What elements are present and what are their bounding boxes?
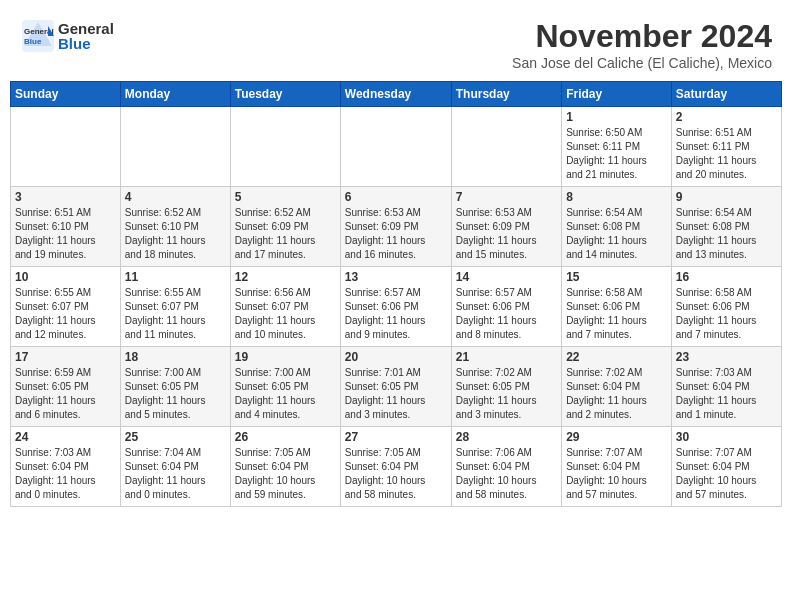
day-info: Sunrise: 6:51 AM Sunset: 6:10 PM Dayligh… bbox=[15, 206, 116, 262]
day-info: Sunrise: 6:57 AM Sunset: 6:06 PM Dayligh… bbox=[456, 286, 557, 342]
day-info: Sunrise: 7:03 AM Sunset: 6:04 PM Dayligh… bbox=[15, 446, 116, 502]
day-info: Sunrise: 6:54 AM Sunset: 6:08 PM Dayligh… bbox=[676, 206, 777, 262]
day-info: Sunrise: 6:53 AM Sunset: 6:09 PM Dayligh… bbox=[456, 206, 557, 262]
day-info: Sunrise: 6:56 AM Sunset: 6:07 PM Dayligh… bbox=[235, 286, 336, 342]
day-info: Sunrise: 7:00 AM Sunset: 6:05 PM Dayligh… bbox=[125, 366, 226, 422]
col-header-sunday: Sunday bbox=[11, 82, 121, 107]
calendar-cell: 18Sunrise: 7:00 AM Sunset: 6:05 PM Dayli… bbox=[120, 347, 230, 427]
calendar-cell: 17Sunrise: 6:59 AM Sunset: 6:05 PM Dayli… bbox=[11, 347, 121, 427]
day-number: 20 bbox=[345, 350, 447, 364]
day-info: Sunrise: 7:00 AM Sunset: 6:05 PM Dayligh… bbox=[235, 366, 336, 422]
calendar-cell: 14Sunrise: 6:57 AM Sunset: 6:06 PM Dayli… bbox=[451, 267, 561, 347]
calendar-cell: 26Sunrise: 7:05 AM Sunset: 6:04 PM Dayli… bbox=[230, 427, 340, 507]
logo-icon: General Blue bbox=[20, 18, 56, 54]
calendar-cell: 3Sunrise: 6:51 AM Sunset: 6:10 PM Daylig… bbox=[11, 187, 121, 267]
day-number: 5 bbox=[235, 190, 336, 204]
day-number: 6 bbox=[345, 190, 447, 204]
calendar-cell: 1Sunrise: 6:50 AM Sunset: 6:11 PM Daylig… bbox=[562, 107, 672, 187]
day-number: 25 bbox=[125, 430, 226, 444]
day-number: 4 bbox=[125, 190, 226, 204]
day-number: 2 bbox=[676, 110, 777, 124]
day-info: Sunrise: 6:59 AM Sunset: 6:05 PM Dayligh… bbox=[15, 366, 116, 422]
calendar-week-row: 10Sunrise: 6:55 AM Sunset: 6:07 PM Dayli… bbox=[11, 267, 782, 347]
title-block: November 2024 San Jose del Caliche (El C… bbox=[512, 18, 772, 71]
day-number: 10 bbox=[15, 270, 116, 284]
day-number: 11 bbox=[125, 270, 226, 284]
logo-text: General Blue bbox=[58, 21, 114, 51]
calendar-cell: 28Sunrise: 7:06 AM Sunset: 6:04 PM Dayli… bbox=[451, 427, 561, 507]
calendar-cell: 27Sunrise: 7:05 AM Sunset: 6:04 PM Dayli… bbox=[340, 427, 451, 507]
day-info: Sunrise: 7:06 AM Sunset: 6:04 PM Dayligh… bbox=[456, 446, 557, 502]
col-header-thursday: Thursday bbox=[451, 82, 561, 107]
day-info: Sunrise: 6:50 AM Sunset: 6:11 PM Dayligh… bbox=[566, 126, 667, 182]
calendar-week-row: 1Sunrise: 6:50 AM Sunset: 6:11 PM Daylig… bbox=[11, 107, 782, 187]
calendar-header-row: SundayMondayTuesdayWednesdayThursdayFrid… bbox=[11, 82, 782, 107]
calendar-cell: 20Sunrise: 7:01 AM Sunset: 6:05 PM Dayli… bbox=[340, 347, 451, 427]
day-number: 15 bbox=[566, 270, 667, 284]
day-number: 23 bbox=[676, 350, 777, 364]
calendar-week-row: 17Sunrise: 6:59 AM Sunset: 6:05 PM Dayli… bbox=[11, 347, 782, 427]
day-info: Sunrise: 7:02 AM Sunset: 6:04 PM Dayligh… bbox=[566, 366, 667, 422]
day-info: Sunrise: 6:57 AM Sunset: 6:06 PM Dayligh… bbox=[345, 286, 447, 342]
day-info: Sunrise: 7:05 AM Sunset: 6:04 PM Dayligh… bbox=[235, 446, 336, 502]
day-number: 27 bbox=[345, 430, 447, 444]
col-header-friday: Friday bbox=[562, 82, 672, 107]
month-year-title: November 2024 bbox=[512, 18, 772, 55]
day-number: 17 bbox=[15, 350, 116, 364]
calendar-week-row: 24Sunrise: 7:03 AM Sunset: 6:04 PM Dayli… bbox=[11, 427, 782, 507]
calendar-cell: 9Sunrise: 6:54 AM Sunset: 6:08 PM Daylig… bbox=[671, 187, 781, 267]
day-number: 1 bbox=[566, 110, 667, 124]
logo: General Blue General Blue bbox=[20, 18, 114, 54]
calendar-table: SundayMondayTuesdayWednesdayThursdayFrid… bbox=[10, 81, 782, 507]
day-info: Sunrise: 6:52 AM Sunset: 6:10 PM Dayligh… bbox=[125, 206, 226, 262]
day-info: Sunrise: 6:51 AM Sunset: 6:11 PM Dayligh… bbox=[676, 126, 777, 182]
day-info: Sunrise: 7:04 AM Sunset: 6:04 PM Dayligh… bbox=[125, 446, 226, 502]
calendar-cell: 13Sunrise: 6:57 AM Sunset: 6:06 PM Dayli… bbox=[340, 267, 451, 347]
calendar-cell: 29Sunrise: 7:07 AM Sunset: 6:04 PM Dayli… bbox=[562, 427, 672, 507]
day-number: 16 bbox=[676, 270, 777, 284]
calendar-cell: 7Sunrise: 6:53 AM Sunset: 6:09 PM Daylig… bbox=[451, 187, 561, 267]
day-number: 22 bbox=[566, 350, 667, 364]
day-info: Sunrise: 7:07 AM Sunset: 6:04 PM Dayligh… bbox=[566, 446, 667, 502]
calendar-week-row: 3Sunrise: 6:51 AM Sunset: 6:10 PM Daylig… bbox=[11, 187, 782, 267]
day-number: 26 bbox=[235, 430, 336, 444]
day-info: Sunrise: 6:52 AM Sunset: 6:09 PM Dayligh… bbox=[235, 206, 336, 262]
calendar-cell: 5Sunrise: 6:52 AM Sunset: 6:09 PM Daylig… bbox=[230, 187, 340, 267]
day-info: Sunrise: 7:01 AM Sunset: 6:05 PM Dayligh… bbox=[345, 366, 447, 422]
calendar-cell: 24Sunrise: 7:03 AM Sunset: 6:04 PM Dayli… bbox=[11, 427, 121, 507]
day-info: Sunrise: 7:05 AM Sunset: 6:04 PM Dayligh… bbox=[345, 446, 447, 502]
col-header-saturday: Saturday bbox=[671, 82, 781, 107]
location-subtitle: San Jose del Caliche (El Caliche), Mexic… bbox=[512, 55, 772, 71]
calendar-cell bbox=[451, 107, 561, 187]
col-header-tuesday: Tuesday bbox=[230, 82, 340, 107]
logo-general-text: General bbox=[58, 21, 114, 36]
day-info: Sunrise: 7:03 AM Sunset: 6:04 PM Dayligh… bbox=[676, 366, 777, 422]
calendar-cell bbox=[340, 107, 451, 187]
day-info: Sunrise: 6:58 AM Sunset: 6:06 PM Dayligh… bbox=[566, 286, 667, 342]
col-header-monday: Monday bbox=[120, 82, 230, 107]
svg-text:Blue: Blue bbox=[24, 37, 42, 46]
day-number: 18 bbox=[125, 350, 226, 364]
day-number: 8 bbox=[566, 190, 667, 204]
calendar-cell bbox=[230, 107, 340, 187]
day-number: 13 bbox=[345, 270, 447, 284]
day-number: 7 bbox=[456, 190, 557, 204]
calendar-cell: 19Sunrise: 7:00 AM Sunset: 6:05 PM Dayli… bbox=[230, 347, 340, 427]
calendar-cell: 12Sunrise: 6:56 AM Sunset: 6:07 PM Dayli… bbox=[230, 267, 340, 347]
calendar-cell: 16Sunrise: 6:58 AM Sunset: 6:06 PM Dayli… bbox=[671, 267, 781, 347]
day-info: Sunrise: 6:58 AM Sunset: 6:06 PM Dayligh… bbox=[676, 286, 777, 342]
day-info: Sunrise: 6:54 AM Sunset: 6:08 PM Dayligh… bbox=[566, 206, 667, 262]
day-number: 3 bbox=[15, 190, 116, 204]
col-header-wednesday: Wednesday bbox=[340, 82, 451, 107]
calendar-cell: 30Sunrise: 7:07 AM Sunset: 6:04 PM Dayli… bbox=[671, 427, 781, 507]
day-number: 12 bbox=[235, 270, 336, 284]
calendar-cell: 4Sunrise: 6:52 AM Sunset: 6:10 PM Daylig… bbox=[120, 187, 230, 267]
page-header: General Blue General Blue November 2024 … bbox=[10, 10, 782, 75]
day-number: 14 bbox=[456, 270, 557, 284]
day-number: 24 bbox=[15, 430, 116, 444]
calendar-cell: 15Sunrise: 6:58 AM Sunset: 6:06 PM Dayli… bbox=[562, 267, 672, 347]
day-number: 29 bbox=[566, 430, 667, 444]
calendar-cell: 8Sunrise: 6:54 AM Sunset: 6:08 PM Daylig… bbox=[562, 187, 672, 267]
day-info: Sunrise: 7:07 AM Sunset: 6:04 PM Dayligh… bbox=[676, 446, 777, 502]
day-number: 28 bbox=[456, 430, 557, 444]
